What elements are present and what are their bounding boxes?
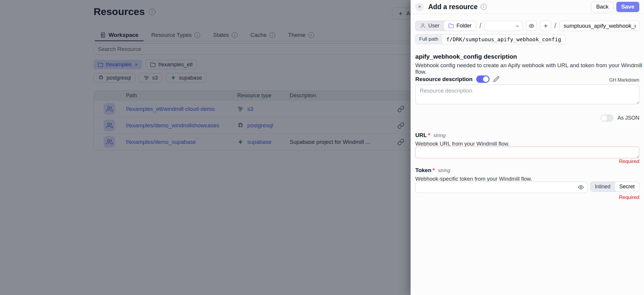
field-name: URL xyxy=(415,132,427,139)
token-input-row: Inlined Secret xyxy=(415,182,639,193)
schema-heading: apify_webhook_config description xyxy=(415,53,517,60)
pencil-icon[interactable] xyxy=(493,76,499,82)
url-help-text: Webhook URL from your Windmill flow. xyxy=(415,141,509,147)
required-asterisk: * xyxy=(433,167,435,174)
secret-label: Secret xyxy=(619,184,635,190)
close-button[interactable]: × xyxy=(415,3,424,11)
back-button[interactable]: Back xyxy=(591,2,613,12)
token-inlined-option[interactable]: Inlined xyxy=(590,182,615,192)
token-field-label: Token * string xyxy=(415,167,450,174)
save-button[interactable]: Save xyxy=(616,2,639,12)
url-field-label: URL * string xyxy=(415,132,446,139)
token-help-text: Webhook-specific token from your Windmil… xyxy=(415,176,532,182)
info-icon[interactable] xyxy=(481,4,487,10)
token-input-wrap xyxy=(415,182,587,193)
owner-folder-option[interactable]: Folder xyxy=(444,21,476,31)
as-json-row: As JSON xyxy=(600,114,639,122)
description-label-row: Resource description xyxy=(415,75,499,83)
as-json-label: As JSON xyxy=(618,115,639,121)
required-asterisk: * xyxy=(428,132,430,139)
token-input[interactable] xyxy=(415,182,587,193)
chevron-down-icon xyxy=(515,24,520,29)
add-resource-drawer: × Add a resource Back Save User Folder xyxy=(411,0,644,295)
token-mode-toggle: Inlined Secret xyxy=(590,182,639,192)
owner-user-option[interactable]: User xyxy=(416,21,444,31)
url-required-error: Required xyxy=(619,159,639,164)
as-json-toggle[interactable] xyxy=(600,114,614,122)
markdown-hint: GH Markdown xyxy=(609,78,639,83)
token-required-error: Required xyxy=(619,195,639,200)
new-folder-button[interactable] xyxy=(540,21,551,31)
full-path-value: f/DRK/sumptuous_apify_webhook_config xyxy=(442,34,565,44)
drawer-actions: Back Save xyxy=(591,2,639,12)
full-path-group: Full path f/DRK/sumptuous_apify_webhook_… xyxy=(415,34,565,44)
folder-icon xyxy=(448,23,454,29)
view-folder-button[interactable] xyxy=(526,21,537,31)
owner-user-label: User xyxy=(428,23,439,29)
field-type: string xyxy=(433,133,446,139)
full-path-label: Full path xyxy=(416,34,442,44)
drawer-header: × Add a resource Back Save xyxy=(411,0,644,14)
drawer-title: Add a resource xyxy=(428,3,487,11)
plus-icon xyxy=(543,23,549,29)
description-textarea[interactable] xyxy=(415,85,639,104)
eye-icon xyxy=(529,23,535,29)
owner-folder-label: Folder xyxy=(457,23,472,29)
eye-icon[interactable] xyxy=(578,184,584,190)
path-separator: / xyxy=(554,22,556,30)
resources-page: Resources Add resource Workspace Resourc… xyxy=(0,0,644,295)
path-separator: / xyxy=(479,22,481,30)
url-input[interactable] xyxy=(415,146,639,158)
drawer-title-text: Add a resource xyxy=(428,3,477,11)
resource-name-input[interactable] xyxy=(560,21,640,31)
field-name: Token xyxy=(415,167,431,174)
description-label: Resource description xyxy=(415,76,472,83)
folder-select[interactable] xyxy=(484,21,523,31)
token-secret-option[interactable]: Secret xyxy=(615,182,639,192)
path-picker-row: User Folder / / xyxy=(415,21,639,31)
user-icon xyxy=(420,23,426,29)
inlined-label: Inlined xyxy=(595,184,610,190)
field-type: string xyxy=(438,168,450,174)
schema-help-text: Webhook config needed to create an Apify… xyxy=(415,62,644,75)
description-toggle[interactable] xyxy=(476,75,489,83)
owner-kind-toggle: User Folder xyxy=(415,21,476,31)
